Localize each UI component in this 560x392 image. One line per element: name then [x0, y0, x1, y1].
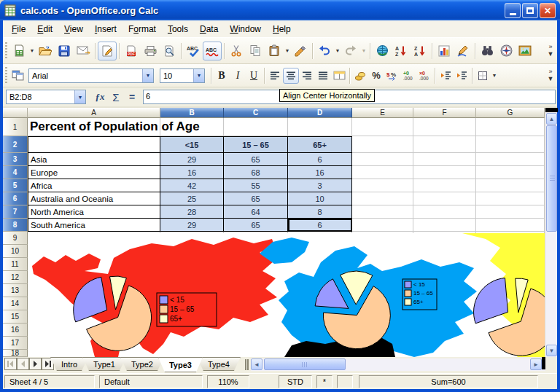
sheet-tab-type4[interactable]: Type4: [197, 357, 241, 371]
cell-A6[interactable]: Australia and Oceania: [28, 192, 160, 205]
sort-ascending-button[interactable]: AZ: [392, 42, 411, 60]
toolbar-gripper[interactable]: [5, 42, 7, 60]
sum-button[interactable]: Σ: [108, 89, 124, 105]
cell-G3[interactable]: [476, 153, 545, 166]
cell-D8[interactable]: 6: [288, 219, 352, 232]
sheet-tab-type1[interactable]: Type1: [82, 357, 126, 371]
menu-file[interactable]: File: [6, 22, 31, 36]
column-header-G[interactable]: G: [476, 108, 545, 118]
row-header-14[interactable]: 14: [3, 297, 28, 310]
previous-sheet-button[interactable]: [17, 358, 29, 370]
paste-dropdown[interactable]: ▼: [284, 42, 291, 60]
row-header-7[interactable]: 7: [3, 205, 28, 219]
currency-format-button[interactable]: [352, 68, 368, 84]
cell-F4[interactable]: [413, 166, 476, 179]
new-document-dropdown[interactable]: ▼: [28, 42, 36, 60]
cell-F6[interactable]: [413, 192, 476, 205]
cell-E5[interactable]: [352, 179, 413, 192]
column-header-A[interactable]: A: [28, 108, 160, 118]
horizontal-scroll-thumb[interactable]: [264, 358, 346, 370]
cell-E7[interactable]: [352, 205, 413, 219]
format-paintbrush-button[interactable]: [291, 42, 310, 60]
align-left-button[interactable]: [267, 68, 283, 84]
cell-D5[interactable]: 3: [288, 179, 352, 192]
cell-C4[interactable]: 68: [224, 166, 288, 179]
cell-D3[interactable]: 6: [288, 153, 352, 166]
close-button[interactable]: ✕: [540, 3, 556, 18]
scrollbar-split-area[interactable]: [545, 108, 558, 112]
edit-file-button[interactable]: [98, 42, 117, 60]
underline-button[interactable]: U: [246, 68, 262, 84]
email-button[interactable]: [74, 42, 93, 60]
toolbar-more-button[interactable]: »▼: [545, 68, 556, 83]
cell-C8[interactable]: 65: [224, 219, 288, 232]
cell-G8[interactable]: [476, 219, 545, 232]
menu-data[interactable]: Data: [194, 22, 224, 36]
cell-G7[interactable]: [476, 205, 545, 219]
name-box-dropdown-icon[interactable]: ▼: [74, 90, 85, 103]
cell-E6[interactable]: [352, 192, 413, 205]
merge-cells-button[interactable]: [331, 68, 347, 84]
row-header-3[interactable]: 3: [3, 153, 28, 166]
sheet-tab-intro[interactable]: Intro: [50, 357, 88, 371]
row-header-6[interactable]: 6: [3, 192, 28, 205]
select-all-corner[interactable]: [3, 108, 28, 118]
cell-F5[interactable]: [413, 179, 476, 192]
toolbar-gripper[interactable]: [5, 67, 7, 85]
scroll-down-button[interactable]: ▼: [546, 345, 557, 356]
bold-button[interactable]: B: [214, 68, 230, 84]
row-header-17[interactable]: 17: [3, 337, 28, 350]
minimize-button[interactable]: [505, 3, 521, 18]
cell-A2[interactable]: [28, 136, 160, 153]
cell-E3[interactable]: [352, 153, 413, 166]
percent-format-button[interactable]: %: [368, 68, 384, 84]
function-wizard-button[interactable]: ƒx: [92, 89, 108, 105]
cell-B7[interactable]: 28: [160, 205, 224, 219]
cell-C2[interactable]: 15 – 65: [224, 136, 288, 153]
menu-format[interactable]: Format: [122, 22, 162, 36]
scroll-left-button[interactable]: ◄: [251, 358, 262, 370]
toolbar-more-button[interactable]: »▼: [545, 44, 556, 58]
row-header-2[interactable]: 2: [3, 136, 28, 153]
scroll-right-button[interactable]: ►: [530, 358, 542, 370]
row-header-4[interactable]: 4: [3, 166, 28, 179]
cell-A4[interactable]: Europe: [28, 166, 160, 179]
open-button[interactable]: [36, 42, 55, 60]
horizontal-scrollbar[interactable]: ◄ ►: [251, 358, 545, 371]
cell-A8[interactable]: South America: [28, 219, 160, 232]
cell-D4[interactable]: 16: [288, 166, 352, 179]
font-size-dropdown-icon[interactable]: ▼: [193, 69, 204, 82]
menu-view[interactable]: View: [58, 22, 89, 36]
cell-D2[interactable]: 65+: [288, 136, 352, 153]
hyperlink-button[interactable]: [373, 42, 392, 60]
menu-edit[interactable]: Edit: [31, 22, 58, 36]
cell-C5[interactable]: 55: [224, 179, 288, 192]
cell-G6[interactable]: [476, 192, 545, 205]
align-right-button[interactable]: [299, 68, 315, 84]
borders-button[interactable]: [475, 68, 491, 84]
cell-B4[interactable]: 16: [160, 166, 224, 179]
row-header-16[interactable]: 16: [3, 324, 28, 337]
cell-D7[interactable]: 8: [288, 205, 352, 219]
cell-F8[interactable]: [413, 219, 476, 232]
autospellcheck-button[interactable]: ABC: [203, 42, 222, 60]
font-size-combobox[interactable]: 10 ▼: [160, 68, 205, 83]
tab-split-handle[interactable]: [245, 359, 249, 370]
next-sheet-button[interactable]: [29, 358, 42, 370]
cell-F3[interactable]: [413, 153, 476, 166]
cell-F2[interactable]: [413, 136, 476, 153]
column-header-C[interactable]: C: [224, 108, 288, 118]
pane-split-bar[interactable]: [542, 357, 545, 369]
cell-E1[interactable]: [352, 118, 413, 136]
navigator-button[interactable]: [497, 42, 516, 60]
cell-A5[interactable]: Africa: [28, 179, 160, 192]
row-header-12[interactable]: 12: [3, 271, 28, 284]
draw-functions-button[interactable]: [454, 42, 472, 60]
scroll-up-button[interactable]: ▲: [546, 113, 557, 125]
cell-B3[interactable]: 29: [160, 153, 224, 166]
vertical-scroll-thumb[interactable]: [546, 125, 557, 232]
cut-button[interactable]: [227, 42, 246, 60]
insert-chart-button[interactable]: [435, 42, 454, 60]
row-header-13[interactable]: 13: [3, 284, 28, 297]
borders-dropdown[interactable]: ▼: [491, 66, 498, 85]
